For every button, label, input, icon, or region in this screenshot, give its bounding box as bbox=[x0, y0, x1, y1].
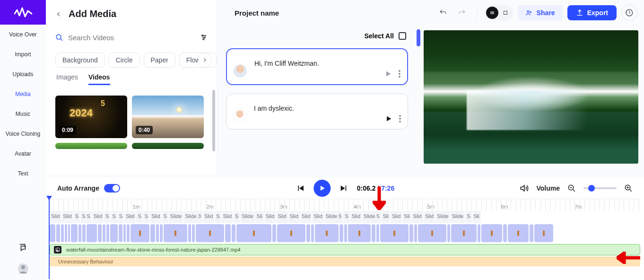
audio-block[interactable] bbox=[380, 224, 409, 242]
audio-block[interactable] bbox=[106, 224, 109, 242]
slide-chip[interactable]: S bbox=[143, 211, 149, 223]
select-all-checkbox[interactable] bbox=[399, 32, 406, 40]
audio-block[interactable] bbox=[481, 224, 502, 242]
slide-chip[interactable]: Slid bbox=[412, 211, 423, 223]
slide-chip[interactable]: S bbox=[74, 211, 80, 223]
audio-block[interactable] bbox=[61, 224, 64, 242]
thumbs-scrollbar[interactable] bbox=[212, 90, 215, 151]
audio-track[interactable] bbox=[50, 224, 640, 242]
audio-block[interactable] bbox=[131, 224, 149, 242]
slide-chip[interactable]: Slid bbox=[276, 211, 287, 223]
audio-block[interactable] bbox=[339, 224, 343, 242]
play-button[interactable] bbox=[313, 180, 331, 197]
video-preview[interactable] bbox=[424, 30, 638, 164]
audio-block[interactable] bbox=[68, 224, 70, 242]
play-icon[interactable] bbox=[384, 70, 392, 78]
slide-chip[interactable]: Sli bbox=[402, 211, 411, 223]
audio-block[interactable] bbox=[372, 224, 375, 242]
export-button[interactable]: Export bbox=[567, 5, 617, 20]
slide-chip[interactable]: Slid bbox=[391, 211, 402, 223]
chip-background[interactable]: Background bbox=[55, 52, 105, 68]
sidebar-item-media[interactable]: Media bbox=[0, 84, 46, 104]
slide-chip[interactable]: Slide bbox=[451, 211, 465, 223]
audio-block[interactable] bbox=[315, 224, 339, 242]
slide-chip[interactable]: Slid bbox=[124, 211, 136, 223]
audio-block[interactable] bbox=[478, 224, 480, 242]
slide-chip[interactable]: Slide bbox=[169, 211, 183, 223]
sidebar-item-uploads[interactable]: Uploads bbox=[0, 64, 46, 84]
auto-arrange-toggle[interactable] bbox=[104, 184, 120, 192]
slide-chip[interactable]: Slid bbox=[424, 211, 435, 223]
slide-chip[interactable]: Slide 3 bbox=[183, 211, 202, 223]
sidebar-item-text[interactable]: Text bbox=[0, 164, 46, 184]
slide-chip[interactable]: S bbox=[118, 211, 124, 223]
skip-start-button[interactable] bbox=[296, 184, 305, 193]
slide-chip[interactable]: Slid bbox=[300, 211, 312, 223]
audio-block[interactable] bbox=[348, 224, 371, 242]
slide-chip[interactable]: S bbox=[343, 211, 349, 223]
center-scrollbar[interactable] bbox=[417, 29, 420, 46]
slide-chip[interactable]: S bbox=[215, 211, 221, 223]
slides-track[interactable]: SlidSlidSS SSlidSSSSlidSSSlidSSlideSlide… bbox=[50, 211, 640, 223]
audio-block[interactable] bbox=[503, 224, 507, 242]
audio-block[interactable] bbox=[311, 224, 314, 242]
back-icon[interactable] bbox=[55, 11, 62, 18]
video-thumb-3[interactable] bbox=[55, 143, 127, 149]
audio-block[interactable] bbox=[119, 224, 122, 242]
slide-chip[interactable]: Sli bbox=[472, 211, 481, 223]
audio-block[interactable] bbox=[451, 224, 477, 242]
undo-button[interactable] bbox=[436, 6, 450, 20]
slide-chip[interactable]: Slid bbox=[203, 211, 214, 223]
audio-block[interactable] bbox=[418, 224, 446, 242]
project-name[interactable]: Project name bbox=[224, 9, 436, 17]
slide-chip[interactable]: Slid bbox=[222, 211, 233, 223]
slide-chip[interactable]: Sli bbox=[382, 211, 390, 223]
audio-block[interactable] bbox=[150, 224, 155, 242]
sidebar-item-voiceover[interactable]: Voice Over bbox=[0, 25, 46, 44]
chip-paper[interactable]: Paper bbox=[144, 52, 175, 68]
audio-block[interactable] bbox=[534, 224, 553, 242]
app-logo[interactable] bbox=[0, 0, 46, 25]
audio-block[interactable] bbox=[71, 224, 78, 242]
video-thumb-4[interactable] bbox=[132, 143, 204, 149]
slide-chip[interactable]: S bbox=[465, 211, 471, 223]
audio-block[interactable] bbox=[56, 224, 60, 242]
tab-images[interactable]: Images bbox=[56, 73, 78, 85]
avatar[interactable] bbox=[233, 109, 246, 122]
slide-chip[interactable]: Slide 5 bbox=[324, 211, 343, 223]
more-icon[interactable] bbox=[399, 70, 400, 78]
audio-block[interactable] bbox=[272, 224, 276, 242]
chip-circle[interactable]: Circle bbox=[109, 52, 140, 68]
slide-chip[interactable]: S bbox=[111, 211, 117, 223]
audio-block[interactable] bbox=[188, 224, 191, 242]
redo-button[interactable] bbox=[455, 6, 469, 20]
audio-block[interactable] bbox=[232, 224, 235, 242]
zoom-out-button[interactable] bbox=[567, 184, 576, 192]
audio-block[interactable] bbox=[65, 224, 67, 242]
slide-chip[interactable]: Slid bbox=[61, 211, 73, 223]
slide-chip[interactable]: S bbox=[234, 211, 240, 223]
theme-toggle[interactable] bbox=[485, 5, 513, 20]
audio-block[interactable] bbox=[110, 224, 118, 242]
zoom-in-button[interactable] bbox=[624, 184, 633, 192]
volume-icon[interactable] bbox=[519, 184, 529, 193]
history-button[interactable] bbox=[621, 5, 637, 21]
sidebar-item-avatar[interactable]: Avatar bbox=[0, 144, 46, 164]
script-card-1[interactable]: Hi, I'm Cliff Weitzman. bbox=[226, 48, 408, 85]
audio-block[interactable] bbox=[530, 224, 533, 242]
slide-chip[interactable]: S bbox=[104, 211, 110, 223]
sidebar-item-voicecloning[interactable]: Voice Cloning bbox=[0, 124, 46, 144]
audio-block[interactable] bbox=[192, 224, 195, 242]
slide-chip[interactable]: Slide bbox=[240, 211, 254, 223]
slide-chip[interactable]: Slid bbox=[350, 211, 362, 223]
timeline-ruler[interactable]: 1m2m3m4m5m6m7m bbox=[50, 199, 640, 211]
audio-block[interactable] bbox=[414, 224, 417, 242]
slide-chip[interactable]: Slid bbox=[50, 211, 61, 223]
avatar[interactable] bbox=[234, 64, 247, 78]
audio-block[interactable] bbox=[447, 224, 450, 242]
audio-block[interactable] bbox=[123, 224, 126, 242]
audio-block[interactable] bbox=[508, 224, 529, 242]
audio-block[interactable] bbox=[236, 224, 271, 242]
play-icon[interactable] bbox=[385, 115, 392, 122]
slide-chip[interactable]: S bbox=[136, 211, 142, 223]
